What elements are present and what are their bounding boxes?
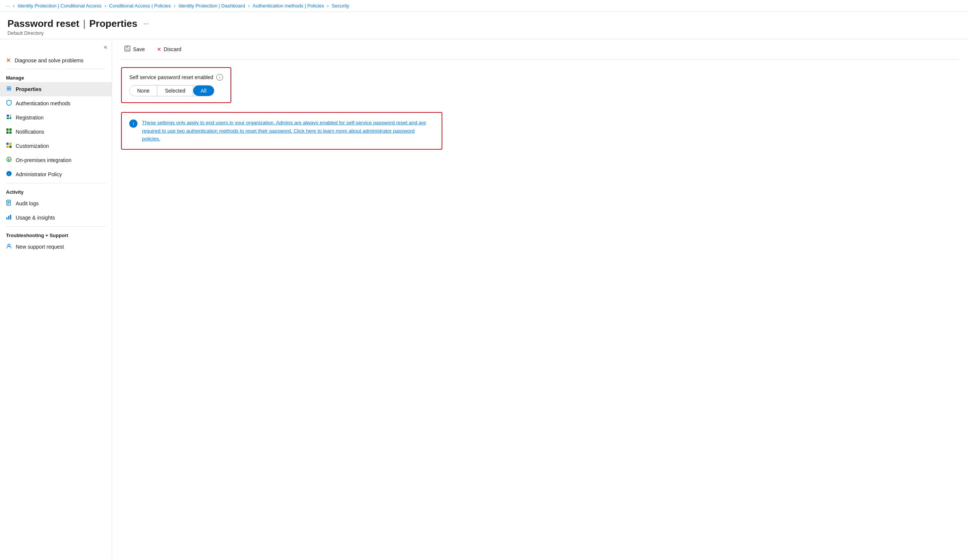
- auth-methods-icon: [6, 100, 12, 107]
- onprem-icon: $↑: [6, 157, 12, 164]
- breadcrumb-dots: ···: [6, 3, 10, 8]
- svg-rect-28: [126, 46, 128, 48]
- svg-rect-24: [8, 216, 9, 220]
- svg-rect-4: [7, 117, 9, 119]
- discard-icon: ✕: [157, 46, 161, 52]
- sidebar-item-diagnose-label: Diagnose and solve problems: [15, 58, 83, 63]
- usage-icon: [6, 214, 12, 221]
- toolbar: Save ✕ Discard: [121, 39, 959, 60]
- page-ellipsis-button[interactable]: ···: [141, 19, 151, 28]
- sidebar-item-usage[interactable]: Usage & insights: [0, 211, 112, 225]
- svg-rect-9: [7, 131, 8, 134]
- info-message-box: i These settings only apply to end users…: [121, 112, 443, 150]
- sidebar-divider-manage: [6, 69, 106, 69]
- sspr-option-selected[interactable]: Selected: [157, 86, 193, 96]
- diagnose-icon: ✕: [6, 57, 11, 64]
- breadcrumb: ··· › Identity Protection | Conditional …: [0, 0, 968, 12]
- page-header: Password reset | Properties ··· Default …: [0, 12, 968, 39]
- sidebar: « ✕ Diagnose and solve problems Manage P…: [0, 39, 112, 558]
- sspr-option-all[interactable]: All: [193, 86, 214, 96]
- save-label: Save: [133, 46, 145, 52]
- svg-rect-10: [9, 131, 12, 134]
- breadcrumb-item-3[interactable]: Authentication methods | Policies: [252, 3, 324, 8]
- audit-icon: [6, 200, 12, 207]
- discard-label: Discard: [164, 46, 181, 52]
- breadcrumb-item-0[interactable]: Identity Protection | Conditional Access: [18, 3, 102, 8]
- admin-policy-icon: i: [6, 171, 12, 178]
- svg-rect-12: [9, 143, 12, 145]
- info-message-icon: i: [129, 119, 138, 128]
- sidebar-item-usage-label: Usage & insights: [16, 215, 55, 221]
- page-title: Password reset: [7, 18, 79, 30]
- sidebar-item-notifications-label: Notifications: [16, 129, 44, 135]
- sspr-label: Self service password reset enabled i: [129, 74, 223, 81]
- svg-point-26: [8, 244, 10, 246]
- svg-rect-3: [7, 115, 9, 117]
- sidebar-item-auth-methods[interactable]: Authentication methods: [0, 96, 112, 111]
- discard-button[interactable]: ✕ Discard: [154, 45, 184, 54]
- sidebar-divider-activity: [6, 183, 106, 183]
- sidebar-item-customization-label: Customization: [16, 143, 49, 149]
- sspr-box: Self service password reset enabled i No…: [121, 67, 231, 103]
- svg-rect-25: [10, 215, 11, 220]
- breadcrumb-item-4[interactable]: Security: [332, 3, 349, 8]
- sspr-label-text: Self service password reset enabled: [129, 74, 213, 80]
- sidebar-item-registration[interactable]: Registration: [0, 111, 112, 125]
- sidebar-divider-support: [6, 226, 106, 226]
- sidebar-item-support-label: New support request: [16, 244, 64, 250]
- sidebar-item-notifications[interactable]: Notifications: [0, 125, 112, 139]
- sidebar-item-properties-label: Properties: [16, 86, 41, 92]
- sidebar-collapse[interactable]: «: [0, 42, 112, 53]
- sspr-radio-group[interactable]: None Selected All: [129, 85, 214, 96]
- content-area: Save ✕ Discard Self service password res…: [112, 39, 968, 558]
- page-subtitle-part: Properties: [89, 18, 138, 30]
- svg-rect-7: [7, 129, 8, 131]
- sidebar-item-diagnose[interactable]: ✕ Diagnose and solve problems: [0, 53, 112, 67]
- notifications-icon: [6, 128, 12, 135]
- svg-rect-23: [7, 217, 7, 220]
- svg-text:$↑: $↑: [8, 158, 12, 162]
- svg-rect-14: [9, 145, 12, 148]
- sidebar-item-auth-methods-label: Authentication methods: [16, 101, 70, 106]
- svg-rect-2: [7, 89, 11, 90]
- properties-icon: [6, 86, 12, 93]
- sidebar-item-onprem[interactable]: $↑ On-premises integration: [0, 153, 112, 167]
- sidebar-item-support[interactable]: New support request: [0, 240, 112, 254]
- customization-icon: [6, 142, 12, 150]
- svg-rect-1: [7, 88, 11, 89]
- sidebar-item-admin-policy-label: Administrator Policy: [16, 171, 62, 177]
- svg-rect-0: [7, 87, 11, 88]
- sidebar-item-audit-label: Audit logs: [16, 200, 38, 206]
- breadcrumb-item-2[interactable]: Identity Protection | Dashboard: [179, 3, 245, 8]
- sidebar-item-onprem-label: On-premises integration: [16, 157, 71, 163]
- svg-rect-22: [7, 203, 9, 204]
- svg-rect-11: [7, 143, 8, 145]
- sspr-info-icon[interactable]: i: [216, 74, 223, 81]
- breadcrumb-item-1[interactable]: Conditional Access | Policies: [109, 3, 171, 8]
- support-icon: [6, 243, 12, 251]
- save-button[interactable]: Save: [121, 44, 148, 55]
- svg-rect-8: [9, 129, 12, 131]
- main-layout: « ✕ Diagnose and solve problems Manage P…: [0, 39, 968, 558]
- registration-icon: [6, 114, 12, 121]
- sidebar-item-customization[interactable]: Customization: [0, 139, 112, 153]
- info-message-text[interactable]: These settings only apply to end users i…: [142, 119, 434, 143]
- sidebar-item-audit[interactable]: Audit logs: [0, 197, 112, 211]
- svg-rect-13: [7, 145, 8, 148]
- sspr-option-none[interactable]: None: [129, 86, 157, 96]
- svg-rect-29: [126, 48, 129, 50]
- svg-rect-21: [7, 202, 10, 203]
- sidebar-item-properties[interactable]: Properties: [0, 82, 112, 96]
- sidebar-item-admin-policy[interactable]: i Administrator Policy: [0, 167, 112, 182]
- sidebar-section-activity: Activity: [0, 185, 112, 197]
- save-icon: [124, 45, 131, 53]
- svg-rect-5: [10, 115, 11, 116]
- sidebar-section-manage: Manage: [0, 71, 112, 82]
- sidebar-item-registration-label: Registration: [16, 115, 44, 121]
- collapse-button[interactable]: «: [104, 44, 107, 50]
- page-directory: Default Directory: [7, 30, 961, 36]
- sidebar-section-support: Troubleshooting + Support: [0, 228, 112, 240]
- svg-rect-6: [10, 117, 11, 119]
- svg-rect-20: [7, 201, 10, 202]
